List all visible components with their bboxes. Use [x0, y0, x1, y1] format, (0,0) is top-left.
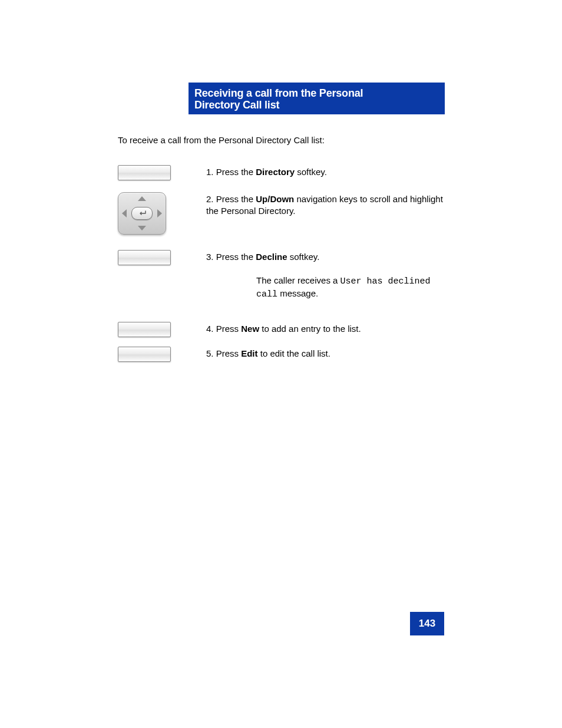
step-3: 3. Press the Decline softkey. — [118, 250, 445, 265]
section-header: Receiving a call from the Personal Direc… — [189, 83, 445, 114]
softkey-icon — [118, 347, 171, 362]
step-3-num: 3. — [206, 252, 214, 262]
step-1-pre: Press the — [216, 167, 256, 177]
step-4-post: to add an entry to the list. — [262, 324, 361, 334]
step-3-label: Decline — [256, 252, 287, 262]
step-5: 5. Press Edit to edit the call list. — [118, 347, 445, 362]
decline-message: The caller receives a User has declined … — [206, 274, 445, 301]
step-4-pre: Press — [216, 324, 242, 334]
step-2-label: Up/Down — [256, 194, 294, 204]
intro-text: To receive a call from the Personal Dire… — [118, 134, 445, 146]
nav-up-icon — [138, 196, 146, 201]
nav-enter-icon — [131, 207, 153, 220]
step-2-icon-cell — [118, 192, 206, 235]
step-1-post: softkey. — [297, 167, 327, 177]
step-1-icon-cell — [118, 165, 206, 180]
step-2-pre: Press the — [216, 194, 256, 204]
decline-post: message. — [280, 288, 318, 298]
step-1: 1. Press the Directory softkey. — [118, 165, 445, 180]
step-3-text: 3. Press the Decline softkey. — [206, 250, 445, 263]
step-5-label: Edit — [241, 348, 257, 358]
header-line-1: Receiving a call from the Personal — [194, 87, 445, 99]
step-1-label: Directory — [256, 167, 295, 177]
decline-message-row: The caller receives a User has declined … — [118, 274, 445, 301]
step-3-pre: Press the — [216, 252, 256, 262]
page-root: Receiving a call from the Personal Direc… — [0, 0, 562, 728]
step-1-text: 1. Press the Directory softkey. — [206, 165, 445, 178]
header-line-2: Directory Call list — [194, 99, 445, 111]
step-3-icon-cell — [118, 250, 206, 265]
steps-list: 1. Press the Directory softkey. — [118, 165, 445, 374]
step-4: 4. Press New to add an entry to the list… — [118, 322, 445, 337]
step-4-label: New — [241, 324, 259, 334]
softkey-icon — [118, 165, 171, 180]
step-2: 2. Press the Up/Down navigation keys to … — [118, 192, 445, 235]
softkey-icon — [118, 322, 171, 337]
step-4-icon-cell — [118, 322, 206, 337]
nav-right-icon — [157, 209, 162, 218]
softkey-icon — [118, 250, 171, 265]
step-5-icon-cell — [118, 347, 206, 362]
navigation-cluster-icon — [118, 192, 166, 235]
step-5-pre: Press — [216, 348, 242, 358]
step-5-num: 5. — [206, 348, 214, 358]
step-1-num: 1. — [206, 167, 214, 177]
step-4-text: 4. Press New to add an entry to the list… — [206, 322, 445, 335]
step-2-text: 2. Press the Up/Down navigation keys to … — [206, 192, 445, 217]
step-4-num: 4. — [206, 324, 214, 334]
step-2-num: 2. — [206, 194, 214, 204]
nav-left-icon — [122, 209, 127, 218]
decline-pre: The caller receives a — [256, 275, 340, 285]
page-number: 143 — [410, 612, 444, 635]
nav-down-icon — [138, 226, 146, 230]
step-5-text: 5. Press Edit to edit the call list. — [206, 347, 445, 360]
step-5-post: to edit the call list. — [260, 348, 330, 358]
step-3-post: softkey. — [290, 252, 320, 262]
